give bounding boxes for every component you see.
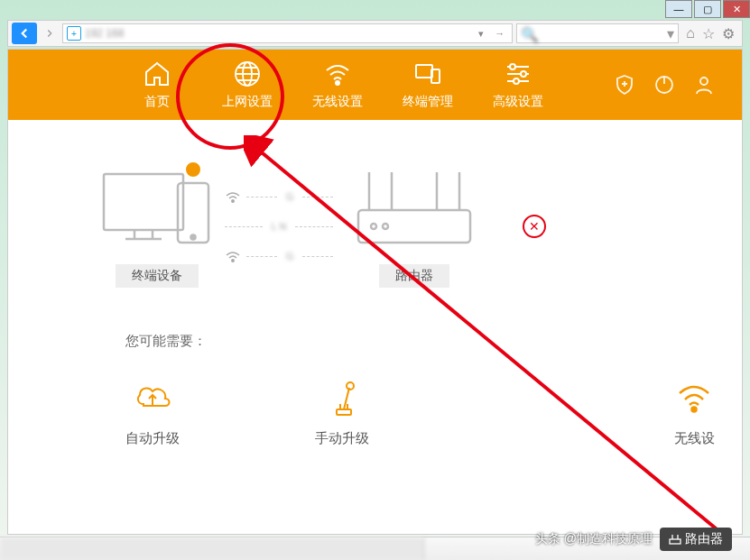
search-dropdown-icon[interactable]: ▾: [667, 25, 674, 42]
svg-point-2: [336, 81, 339, 85]
security-icon[interactable]: [614, 74, 635, 96]
monitor-phone-icon: [98, 165, 216, 255]
svg-point-9: [700, 78, 708, 85]
svg-point-17: [383, 224, 388, 229]
watermark: 头条 @制造科技原理 路由器: [535, 528, 732, 551]
go-icon[interactable]: →: [491, 28, 508, 39]
router-icon: [342, 165, 486, 255]
back-button[interactable]: [12, 23, 37, 44]
forward-button[interactable]: [41, 23, 59, 44]
nav-label: 首页: [144, 94, 170, 110]
status-dot-icon: [183, 160, 203, 179]
settings-icon[interactable]: ⚙: [722, 25, 735, 42]
address-bar[interactable]: + 192 168 ▾ →: [62, 23, 513, 43]
page-content: 首页 上网设置 无线设置 终端管理 高级设置: [7, 49, 743, 535]
svg-rect-10: [104, 174, 183, 230]
home-icon: [143, 60, 171, 88]
cloud-upload-icon: [133, 377, 173, 418]
browser-toolbar: + 192 168 ▾ → 🔍 ▾ ⌂ ☆ ⚙: [7, 20, 743, 47]
maximize-button[interactable]: ▢: [694, 0, 721, 18]
disconnected-icon: ✕: [523, 215, 546, 238]
nav-internet-settings[interactable]: 上网设置: [202, 50, 292, 120]
nav-wireless-settings[interactable]: 无线设置: [292, 50, 383, 120]
search-bar[interactable]: 🔍 ▾: [516, 23, 679, 43]
shield-icon: +: [67, 26, 81, 41]
nav-label: 高级设置: [493, 94, 543, 110]
auto-upgrade-button[interactable]: 自动升级: [125, 377, 180, 447]
dropdown-icon[interactable]: ▾: [475, 28, 487, 40]
router-small-icon: [669, 533, 681, 546]
svg-point-5: [510, 64, 515, 69]
svg-point-7: [514, 78, 519, 84]
svg-rect-3: [416, 65, 432, 78]
svg-point-6: [521, 71, 526, 77]
close-button[interactable]: ✕: [723, 0, 750, 18]
minimize-button[interactable]: —: [665, 0, 692, 18]
search-provider-icon: 🔍: [521, 26, 535, 41]
svg-point-20: [692, 408, 697, 412]
devices-icon: [413, 60, 442, 88]
wifi-icon: [323, 60, 352, 88]
suggest-label: 手动升级: [315, 430, 369, 447]
nav-advanced-settings[interactable]: 高级设置: [473, 50, 563, 120]
watermark-badge: 路由器: [660, 528, 732, 551]
router-label: 路由器: [379, 264, 449, 288]
wifi-small-icon: [225, 188, 241, 205]
wireless-settings-button[interactable]: 无线设: [674, 377, 715, 447]
lever-icon: [322, 377, 363, 418]
status-text: [0, 537, 424, 560]
network-topology: 终端设备 G L N G: [8, 120, 742, 315]
main-nav: 首页 上网设置 无线设置 终端管理 高级设置: [8, 50, 742, 120]
nav-device-management[interactable]: 终端管理: [383, 50, 473, 120]
manual-upgrade-button[interactable]: 手动升级: [315, 377, 369, 447]
svg-point-14: [232, 260, 235, 262]
terminal-devices-label: 终端设备: [116, 264, 199, 288]
wifi-small-icon: [225, 248, 241, 264]
svg-point-19: [347, 382, 354, 390]
sliders-icon: [504, 60, 532, 88]
window-controls: — ▢ ✕: [663, 0, 750, 18]
router-block[interactable]: 路由器: [342, 165, 486, 288]
nav-label: 终端管理: [403, 94, 453, 110]
svg-rect-15: [358, 210, 470, 243]
svg-point-12: [191, 235, 196, 240]
home-icon[interactable]: ⌂: [686, 25, 695, 42]
suggest-label: 无线设: [674, 430, 715, 447]
globe-icon: [233, 60, 262, 88]
nav-label: 无线设置: [312, 94, 363, 110]
connections: G L N G: [225, 188, 333, 264]
favorites-icon[interactable]: ☆: [702, 25, 715, 42]
suggest-label: 自动升级: [125, 430, 180, 447]
wifi-icon: [674, 377, 715, 418]
svg-point-16: [371, 224, 376, 229]
attribution-text: 头条 @制造科技原理: [535, 531, 653, 547]
suggestions-title: 您可能需要：: [8, 333, 742, 350]
nav-label: 上网设置: [222, 94, 273, 110]
svg-rect-18: [337, 409, 351, 415]
url-text: 192 168: [85, 27, 471, 40]
nav-home[interactable]: 首页: [112, 50, 202, 120]
terminal-devices-block[interactable]: 终端设备: [98, 165, 216, 288]
user-icon[interactable]: [693, 74, 715, 96]
suggestions-row: 自动升级 手动升级 无线设: [8, 350, 742, 447]
power-icon[interactable]: [653, 74, 675, 96]
svg-rect-22: [670, 539, 681, 544]
svg-point-13: [232, 200, 235, 203]
